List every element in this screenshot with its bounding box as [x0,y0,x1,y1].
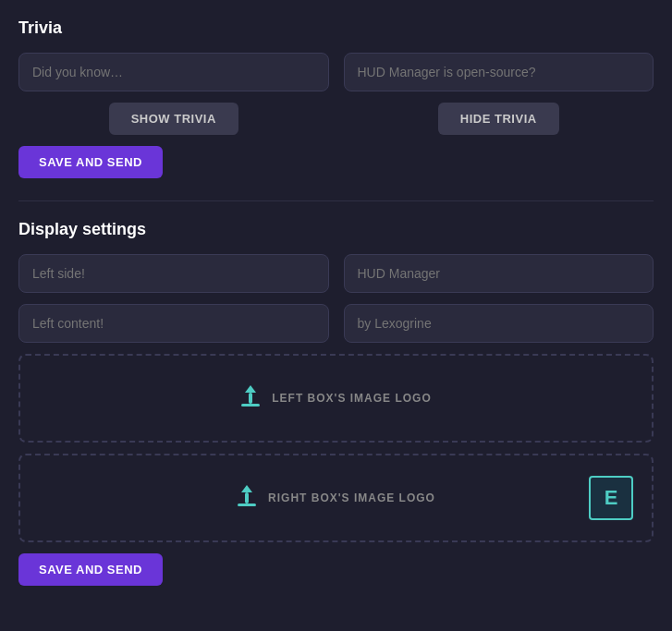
show-trivia-button[interactable]: SHOW TRIVIA [109,103,238,135]
left-upload-icon [240,383,261,413]
left-logo-drop-zone[interactable]: LEFT BOX'S IMAGE LOGO [18,354,654,443]
right-upload-icon [237,483,257,513]
trivia-save-send-button[interactable]: SAVE AND SEND [18,146,163,178]
display-settings-section: Display settings LEFT BOX'S IMAGE LOGO [18,220,654,586]
display-settings-row-1 [18,254,654,293]
trivia-save-row: SAVE AND SEND [18,146,654,178]
svg-rect-0 [249,393,252,404]
display-settings-row-2 [18,304,654,343]
right-logo-label: RIGHT BOX'S IMAGE LOGO [268,491,435,504]
display-settings-title: Display settings [18,220,654,239]
show-trivia-wrapper: SHOW TRIVIA [18,103,329,135]
left-side-input[interactable] [18,254,329,293]
by-lexogrine-input[interactable] [344,304,654,343]
hide-trivia-button[interactable]: HIDE TRIVIA [438,103,559,135]
right-logo-drop-zone[interactable]: RIGHT BOX'S IMAGE LOGO E [18,454,654,542]
trivia-input-left[interactable] [18,53,329,91]
display-settings-save-send-button[interactable]: SAVE AND SEND [18,553,163,586]
left-content-input[interactable] [18,304,329,343]
svg-rect-3 [245,492,249,504]
svg-marker-1 [245,385,256,393]
left-logo-label: LEFT BOX'S IMAGE LOGO [272,392,432,405]
logo-thumbnail: E [589,476,633,520]
hide-trivia-wrapper: HIDE TRIVIA [344,103,654,135]
trivia-title: Trivia [18,18,654,38]
trivia-buttons-row: SHOW TRIVIA HIDE TRIVIA [18,103,654,135]
display-settings-save-row: SAVE AND SEND [18,553,654,586]
svg-rect-5 [238,504,256,506]
section-divider-1 [18,200,654,201]
svg-marker-4 [241,485,252,492]
trivia-input-right[interactable] [344,53,654,91]
hud-manager-input[interactable] [344,254,654,293]
trivia-inputs-row [18,53,654,91]
trivia-section: Trivia SHOW TRIVIA HIDE TRIVIA SAVE AND … [18,18,654,178]
svg-rect-2 [241,404,260,407]
